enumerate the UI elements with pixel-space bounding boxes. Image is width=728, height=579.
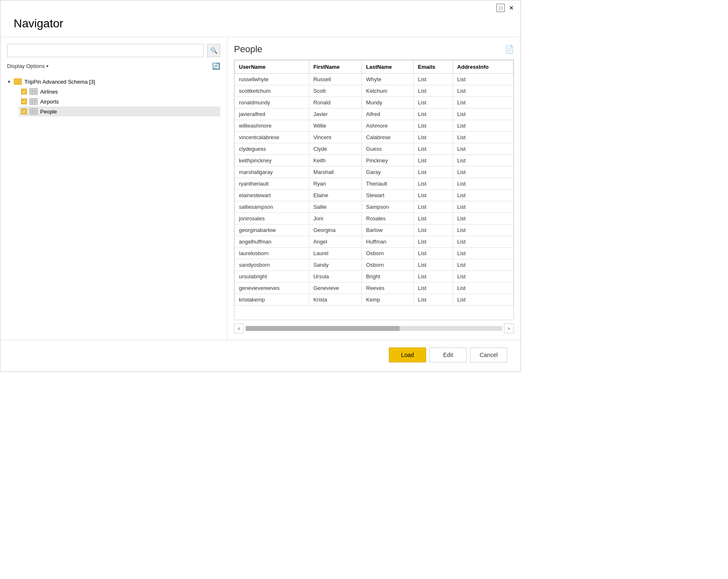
table-cell: genevievereeves <box>235 282 309 294</box>
table-row[interactable]: russellwhyteRussellWhyteListList <box>235 74 513 85</box>
table-cell: Scott <box>309 85 362 97</box>
table-row[interactable]: kristakempKristaKempListList <box>235 294 513 306</box>
table-cell: List <box>453 143 513 155</box>
tree-item-airlines[interactable]: ✓ Airlines <box>19 87 220 96</box>
table-cell: List <box>453 190 513 201</box>
table-cell: List <box>414 282 453 294</box>
table-row[interactable]: ronaldmundyRonaldMundyListList <box>235 97 513 109</box>
table-row[interactable]: sandyosbornSandyOsbornListList <box>235 259 513 271</box>
table-column-emails: Emails <box>414 60 453 74</box>
refresh-icon: 🔄 <box>212 63 220 70</box>
table-row[interactable]: georginabarlowGeorginaBarlowListList <box>235 224 513 236</box>
footer: Load Edit Cancel <box>0 340 521 369</box>
scrollbar-track[interactable] <box>246 326 502 331</box>
search-row: 🔍 <box>7 44 220 57</box>
table-cell: clydeguess <box>235 143 309 155</box>
table-cell: Whyte <box>362 74 414 85</box>
tree-collapse-icon: ▼ <box>7 80 11 84</box>
table-column-username: UserName <box>235 60 309 74</box>
table-cell: Barlow <box>362 224 414 236</box>
table-row[interactable]: vincentcalabreseVincentCalabreseListList <box>235 132 513 143</box>
table-row[interactable]: laurelosbornLaurelOsbornListList <box>235 248 513 259</box>
table-cell: Laurel <box>309 248 362 259</box>
table-row[interactable]: ursulabrightUrsulaBrightListList <box>235 271 513 282</box>
table-row[interactable]: marshallgarayMarshallGarayListList <box>235 166 513 178</box>
table-row[interactable]: ryantheriaultRyanTheriaultListList <box>235 178 513 190</box>
checkbox-airlines[interactable]: ✓ <box>21 89 27 94</box>
table-cell: Mundy <box>362 97 414 109</box>
minimize-button[interactable]: □ <box>497 4 505 12</box>
table-cell: Elaine <box>309 190 362 201</box>
chevron-down-icon: ▾ <box>46 64 48 68</box>
close-button[interactable]: ✕ <box>507 4 516 12</box>
left-panel: 🔍 Display Options ▾ 🔄 ▼ TripPin Advanced… <box>0 37 227 340</box>
preview-icon-button[interactable]: 📄 <box>505 45 514 54</box>
table-cell: Joni <box>309 213 362 224</box>
table-cell: List <box>414 120 453 132</box>
table-row[interactable]: salliesampsonSallieSampsonListList <box>235 201 513 213</box>
table-cell: georginabarlow <box>235 224 309 236</box>
table-cell: List <box>414 155 453 166</box>
page-title: Navigator <box>0 15 521 37</box>
table-cell: Bright <box>362 271 414 282</box>
table-cell: keithpinckney <box>235 155 309 166</box>
table-cell: Reeves <box>362 282 414 294</box>
table-cell: Angel <box>309 236 362 248</box>
edit-button[interactable]: Edit <box>429 347 467 362</box>
table-row[interactable]: angelhuffmanAngelHuffmanListList <box>235 236 513 248</box>
table-row[interactable]: javieralfredJavierAlfredListList <box>235 109 513 120</box>
table-cell: Georgina <box>309 224 362 236</box>
load-button[interactable]: Load <box>389 347 426 362</box>
table-cell: salliesampson <box>235 201 309 213</box>
preview-icon: 📄 <box>505 45 514 53</box>
table-cell: Pinckney <box>362 155 414 166</box>
table-cell: List <box>414 190 453 201</box>
refresh-button[interactable]: 🔄 <box>212 62 220 70</box>
table-row[interactable]: scottketchumScottKetchumListList <box>235 85 513 97</box>
table-cell: laurelosborn <box>235 248 309 259</box>
table-cell: Rosales <box>362 213 414 224</box>
table-cell: List <box>414 74 453 85</box>
table-cell: Ronald <box>309 97 362 109</box>
table-cell: List <box>453 178 513 190</box>
search-input[interactable] <box>7 44 204 57</box>
table-row[interactable]: keithpinckneyKeithPinckneyListList <box>235 155 513 166</box>
table-cell: Kemp <box>362 294 414 306</box>
table-cell: List <box>453 224 513 236</box>
table-header: UserNameFirstNameLastNameEmailsAddressIn… <box>235 60 513 74</box>
tree-folder[interactable]: ▼ TripPin Advanced Schema [3] <box>7 77 220 87</box>
table-cell: kristakemp <box>235 294 309 306</box>
table-cell: angelhuffman <box>235 236 309 248</box>
scroll-left-button[interactable]: ‹ <box>234 323 244 333</box>
table-cell: List <box>414 248 453 259</box>
table-cell: Genevieve <box>309 282 362 294</box>
display-options-button[interactable]: Display Options ▾ <box>7 63 48 69</box>
table-row[interactable]: clydeguessClydeGuessListList <box>235 143 513 155</box>
table-cell: List <box>453 74 513 85</box>
table-cell: ronaldmundy <box>235 97 309 109</box>
table-cell: List <box>453 271 513 282</box>
table-icon-people <box>29 108 38 115</box>
table-cell: Theriault <box>362 178 414 190</box>
search-button[interactable]: 🔍 <box>207 44 220 57</box>
checkbox-airports[interactable]: ✓ <box>21 99 27 104</box>
scrollbar-area: ‹ › <box>234 320 514 333</box>
scroll-right-button[interactable]: › <box>504 323 514 333</box>
table-cell: List <box>453 132 513 143</box>
checkbox-people[interactable]: ✓ <box>21 109 27 114</box>
table-row[interactable]: elainestewartElaineStewartListList <box>235 190 513 201</box>
table-row[interactable]: genevievereevesGenevieveReevesListList <box>235 282 513 294</box>
table-cell: sandyosborn <box>235 259 309 271</box>
table-row[interactable]: willieashmoreWillieAshmoreListList <box>235 120 513 132</box>
table-cell: List <box>414 259 453 271</box>
data-table: UserNameFirstNameLastNameEmailsAddressIn… <box>234 60 514 320</box>
table-cell: Vincent <box>309 132 362 143</box>
table-cell: List <box>453 109 513 120</box>
tree-item-people[interactable]: ✓ People <box>19 106 220 116</box>
cancel-button[interactable]: Cancel <box>470 347 507 362</box>
tree-item-airports[interactable]: ✓ Airports <box>19 96 220 106</box>
table-row[interactable]: jonirosalesJoniRosalesListList <box>235 213 513 224</box>
table-cell: Clyde <box>309 143 362 155</box>
table-cell: Ryan <box>309 178 362 190</box>
table-cell: Keith <box>309 155 362 166</box>
